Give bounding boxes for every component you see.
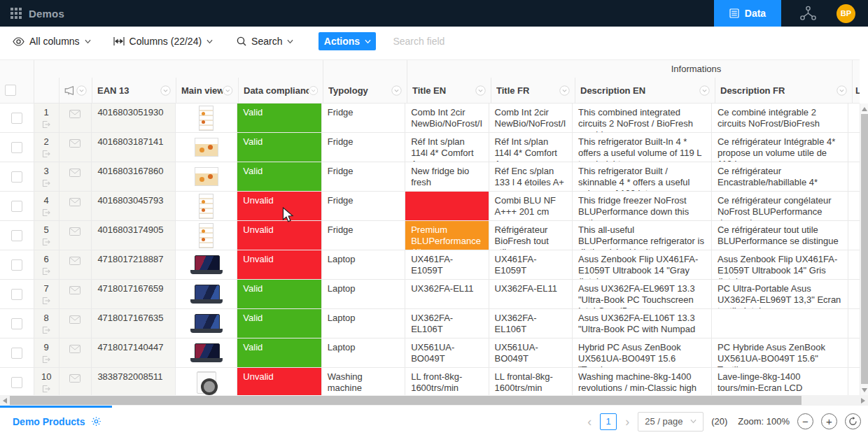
- row-checkbox[interactable]: [11, 348, 22, 359]
- all-columns-dropdown[interactable]: All columns: [13, 36, 91, 47]
- ean-cell[interactable]: 4016803167860: [92, 162, 175, 191]
- lifestyle-cell[interactable]: [848, 133, 860, 162]
- main-view-cell[interactable]: [176, 221, 238, 250]
- ean-cell[interactable]: 4016803051930: [92, 104, 175, 132]
- lifestyle-cell[interactable]: [848, 368, 860, 395]
- open-record-icon[interactable]: [42, 208, 50, 217]
- filter-circle-icon[interactable]: [559, 85, 570, 96]
- description-fr-cell[interactable]: Ce réfrigérateur tout utile BLUPerforman…: [712, 221, 848, 250]
- title-en-cell[interactable]: New fridge bio fresh: [405, 162, 489, 191]
- data-compliance-cell[interactable]: Valid: [237, 338, 321, 367]
- megaphone-icon[interactable]: [64, 86, 74, 95]
- title-fr-cell[interactable]: Comb Int 2cir NewBio/NoFrost/Ice: [489, 104, 573, 132]
- description-en-cell[interactable]: Asus Zenbook Flip UX461FA-E1059T Ultrabo…: [573, 250, 712, 279]
- scroll-down-arrow[interactable]: [862, 388, 867, 392]
- open-record-icon[interactable]: [42, 267, 50, 276]
- description-en-cell[interactable]: This refrigerator Built-In 4 * offers a …: [573, 133, 712, 162]
- main-view-cell[interactable]: [176, 368, 238, 395]
- ean-cell[interactable]: 4016803045793: [92, 192, 175, 220]
- select-all-checkbox[interactable]: [5, 85, 16, 96]
- table-row[interactable]: 8 4718017167635 Valid Laptop UX362FA-EL1…: [0, 309, 860, 338]
- typology-cell[interactable]: Laptop: [322, 338, 405, 367]
- ean-cell[interactable]: 3838782008511: [92, 368, 175, 395]
- filter-circle-icon[interactable]: [836, 85, 847, 96]
- table-row[interactable]: 7 4718017167659 Valid Laptop UX362FA-EL1…: [0, 280, 860, 309]
- lifestyle-cell[interactable]: [848, 250, 860, 279]
- typology-cell[interactable]: Fridge: [322, 221, 405, 250]
- title-en-cell[interactable]: [405, 192, 489, 220]
- column-header-compliance[interactable]: Data compliance: [244, 85, 309, 96]
- row-checkbox[interactable]: [11, 142, 22, 153]
- row-checkbox[interactable]: [11, 230, 22, 241]
- app-grid-icon[interactable]: [10, 8, 22, 19]
- envelope-icon[interactable]: [69, 374, 80, 383]
- title-fr-cell[interactable]: Réfrigérateur BioFresh tout utile: [489, 221, 573, 250]
- refresh-button[interactable]: [845, 413, 861, 429]
- open-record-icon[interactable]: [42, 120, 50, 129]
- horizontal-scroll-thumb[interactable]: [10, 396, 802, 405]
- horizontal-scrollbar[interactable]: [0, 395, 868, 406]
- envelope-icon[interactable]: [69, 257, 80, 265]
- search-dropdown[interactable]: Search: [237, 36, 293, 47]
- open-record-icon[interactable]: [42, 355, 50, 364]
- filter-circle-icon[interactable]: [309, 85, 318, 96]
- user-avatar[interactable]: BP: [836, 4, 855, 23]
- title-en-cell[interactable]: Comb Int 2cir NewBio/NoFrost/Ice: [405, 104, 489, 132]
- open-record-icon[interactable]: [42, 326, 50, 334]
- main-view-cell[interactable]: [176, 162, 238, 191]
- filter-circle-icon[interactable]: [475, 85, 486, 96]
- title-en-cell[interactable]: Premium BLUPerformance All-: [405, 221, 489, 250]
- scroll-right-arrow[interactable]: [861, 398, 865, 404]
- title-en-cell[interactable]: UX362FA-EL11: [405, 280, 489, 308]
- open-record-icon[interactable]: [42, 150, 50, 158]
- main-view-cell[interactable]: [176, 250, 238, 279]
- zoom-in-button[interactable]: +: [821, 413, 837, 429]
- title-en-cell[interactable]: Réf Int s/plan 114l 4* Comfort A++: [405, 133, 489, 162]
- ean-cell[interactable]: 4718017167635: [92, 309, 175, 338]
- title-fr-cell[interactable]: UX362FA-EL11: [489, 280, 573, 308]
- open-record-icon[interactable]: [42, 297, 50, 305]
- typology-cell[interactable]: Laptop: [322, 280, 405, 308]
- main-view-cell[interactable]: [176, 280, 238, 308]
- row-checkbox[interactable]: [11, 318, 22, 329]
- envelope-icon[interactable]: [69, 198, 80, 206]
- description-en-cell[interactable]: Asus UX362FA-EL106T 13.3 "Ultra-Book PC …: [573, 309, 712, 338]
- envelope-icon[interactable]: [69, 315, 80, 324]
- vertical-scroll-thumb[interactable]: [861, 114, 868, 384]
- title-fr-cell[interactable]: Combi BLU NF A+++ 201 cm: [489, 192, 573, 220]
- ean-cell[interactable]: 4016803187141: [92, 133, 175, 162]
- column-header-lifestyle[interactable]: Lif: [855, 85, 860, 96]
- row-checkbox[interactable]: [11, 113, 22, 124]
- row-checkbox[interactable]: [11, 289, 22, 300]
- envelope-icon[interactable]: [69, 227, 80, 236]
- data-compliance-cell[interactable]: Valid: [237, 280, 321, 308]
- envelope-icon[interactable]: [69, 169, 80, 177]
- description-fr-cell[interactable]: Asus Zenbook Flip UX461FA-E1059T Ultrabo…: [712, 250, 848, 279]
- description-en-cell[interactable]: This all-useful BLUPerformance refrigera…: [573, 221, 712, 250]
- lifestyle-cell[interactable]: [848, 104, 860, 132]
- row-checkbox[interactable]: [11, 259, 22, 271]
- sitemap-icon[interactable]: [799, 5, 817, 22]
- page-size-select[interactable]: 25 / page: [638, 412, 704, 432]
- prev-page-button[interactable]: ‹: [587, 415, 592, 428]
- description-fr-cell[interactable]: PC Ultra-Portable Asus UX362FA-EL969T 13…: [712, 280, 848, 308]
- envelope-icon[interactable]: [69, 286, 80, 294]
- title-en-cell[interactable]: UX362FA-EL106T: [405, 309, 489, 338]
- table-row[interactable]: 5 4016803174905 Unvalid Fridge Premium B…: [0, 221, 860, 250]
- description-en-cell[interactable]: This fridge freezer NoFrost BLUPerforman…: [573, 192, 712, 220]
- description-fr-cell[interactable]: PC Hybride Asus ZenBook UX561UA-BO049T 1…: [712, 338, 848, 367]
- tab-data[interactable]: Data: [714, 0, 781, 27]
- main-view-cell[interactable]: [176, 192, 238, 220]
- open-record-icon[interactable]: [42, 179, 50, 187]
- data-compliance-cell[interactable]: Unvalid: [237, 250, 321, 279]
- row-checkbox[interactable]: [11, 171, 22, 183]
- table-row[interactable]: 10 3838782008511 Unvalid Washing machine…: [0, 368, 860, 395]
- current-page[interactable]: 1: [600, 413, 617, 430]
- title-fr-cell[interactable]: UX362FA-EL106T: [489, 309, 573, 338]
- filter-circle-icon[interactable]: [223, 85, 233, 96]
- row-checkbox[interactable]: [11, 201, 22, 212]
- envelope-icon[interactable]: [69, 345, 80, 353]
- title-en-cell[interactable]: UX461FA-E1059T: [405, 250, 489, 279]
- actions-button[interactable]: Actions: [318, 32, 376, 50]
- typology-cell[interactable]: Fridge: [322, 162, 405, 191]
